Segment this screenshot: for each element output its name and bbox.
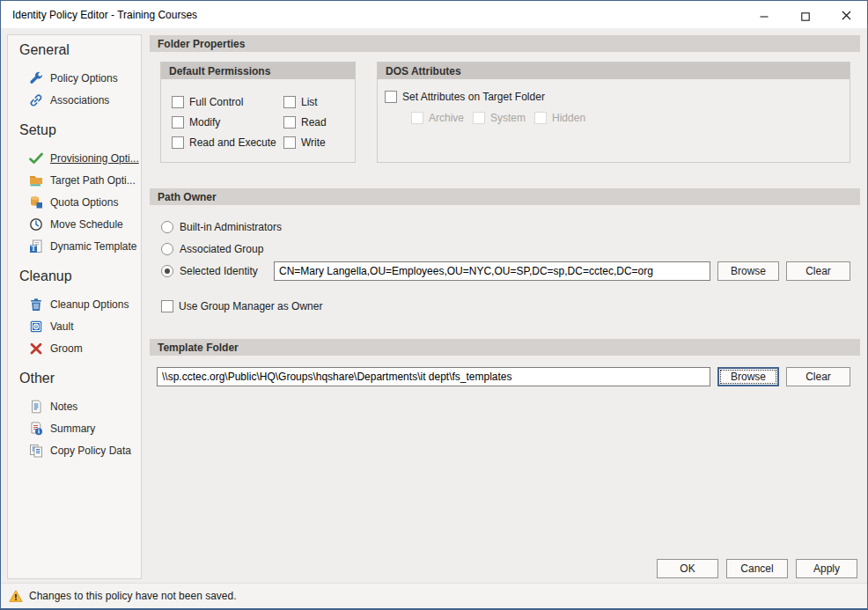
default-permissions-checkboxes: Full Control Modify Read and Execute Lis… [161, 79, 355, 152]
green-check-icon [29, 151, 43, 165]
sidebar-section-general: General [19, 42, 139, 58]
folder-properties-header: Folder Properties [150, 35, 860, 52]
ok-button[interactable]: OK [657, 559, 718, 578]
template-clear-button[interactable]: Clear [786, 367, 850, 386]
path-owner-browse-button[interactable]: Browse [717, 261, 779, 281]
sidebar-item-cleanup-options[interactable]: Cleanup Options [19, 293, 139, 315]
template-folder-header: Template Folder [150, 339, 860, 356]
trash-icon [29, 298, 43, 312]
copy-icon [29, 444, 43, 458]
sidebar-item-move-schedule[interactable]: Move Schedule [19, 213, 139, 235]
sidebar-item-vault[interactable]: Vault [19, 315, 139, 337]
checkbox-box [385, 91, 397, 103]
checkbox-box [283, 96, 296, 108]
checkbox-read[interactable]: Read [283, 112, 355, 132]
radio-label: Associated Group [180, 243, 263, 255]
checkbox-write[interactable]: Write [283, 132, 355, 152]
radio-circle [161, 265, 173, 277]
sidebar-item-label: Cleanup Options [50, 298, 129, 311]
radio-selected-identity[interactable]: Selected Identity [161, 265, 267, 277]
checkbox-label: Set Attributes on Target Folder [402, 91, 545, 103]
wrench-icon [29, 71, 43, 85]
sidebar-item-label: Target Path Opti... [50, 174, 136, 187]
vault-icon [29, 320, 43, 334]
notes-icon [29, 400, 43, 414]
sidebar-item-quota-options[interactable]: Quota Options [19, 191, 139, 213]
sidebar-item-dynamic-template[interactable]: T Dynamic Template [19, 235, 139, 257]
path-owner-clear-button[interactable]: Clear [786, 261, 850, 281]
folder-icon [29, 173, 43, 187]
maximize-icon [801, 11, 810, 19]
radio-associated-group[interactable]: Associated Group [161, 238, 850, 260]
checkbox-box [172, 116, 184, 129]
sidebar-item-target-path-options[interactable]: Target Path Opti... [19, 169, 139, 191]
folder-properties-content: Default Permissions Full Control Modify … [150, 52, 860, 176]
template-folder-content: Browse Clear [150, 356, 860, 401]
checkbox-box [473, 112, 485, 124]
main-panel: Folder Properties Default Permissions Fu… [150, 35, 860, 583]
template-browse-button[interactable]: Browse [717, 367, 779, 386]
path-owner-section: Path Owner Built-in Administrators Assoc… [150, 188, 860, 329]
cancel-button[interactable]: Cancel [726, 559, 788, 578]
radio-label: Built-in Administrators [180, 221, 282, 233]
sidebar-item-policy-options[interactable]: Policy Options [19, 67, 139, 89]
link-icon [29, 93, 43, 107]
radio-built-in-administrators[interactable]: Built-in Administrators [161, 216, 850, 238]
checkbox-label: Archive [429, 112, 464, 124]
sidebar-item-provisioning-options[interactable]: Provisioning Opti... [19, 147, 139, 169]
sidebar-item-notes[interactable]: Notes [19, 395, 139, 417]
checkbox-set-attributes-on-target-folder[interactable]: Set Attributes on Target Folder [385, 91, 850, 103]
checkbox-label: Use Group Manager as Owner [179, 300, 322, 312]
checkbox-label: Modify [189, 116, 220, 129]
sidebar-item-associations[interactable]: Associations [19, 89, 139, 111]
checkbox-box [283, 136, 296, 149]
status-message: Changes to this policy have not been sav… [29, 590, 237, 602]
checkbox-box [411, 112, 423, 124]
svg-text:T: T [31, 245, 36, 253]
window-controls [743, 1, 867, 28]
template-folder-input[interactable] [157, 367, 710, 386]
apply-button[interactable]: Apply [796, 559, 857, 578]
selected-identity-input[interactable] [274, 261, 710, 281]
checkbox-box [161, 300, 173, 312]
default-permissions-group: Default Permissions Full Control Modify … [160, 62, 356, 163]
window-title: Identity Policy Editor - Training Course… [12, 9, 197, 21]
sidebar-item-label: Summary [50, 423, 95, 435]
sidebar-section-cleanup: Cleanup [19, 268, 139, 284]
checkbox-read-and-execute[interactable]: Read and Execute [172, 132, 283, 152]
checkbox-full-control[interactable]: Full Control [172, 92, 283, 112]
sidebar-item-summary[interactable]: Summary [19, 417, 139, 439]
sidebar: General Policy Options Associations Setu… [7, 34, 142, 579]
maximize-button[interactable] [784, 1, 826, 28]
status-bar: Changes to this policy have not been sav… [1, 583, 867, 608]
dos-attributes-group: DOS Attributes Set Attributes on Target … [377, 62, 850, 163]
summary-info-icon [29, 422, 43, 436]
sidebar-section-setup: Setup [19, 122, 139, 138]
radio-circle [161, 243, 173, 255]
checkbox-box [172, 96, 184, 108]
selected-identity-row: Selected Identity Browse Clear [161, 260, 850, 282]
default-permissions-header: Default Permissions [161, 62, 355, 79]
minimize-button[interactable] [743, 1, 784, 28]
sidebar-item-label: Dynamic Template [50, 240, 136, 253]
template-document-icon: T [29, 239, 43, 254]
checkbox-box [172, 136, 184, 149]
checkbox-use-group-manager-as-owner[interactable]: Use Group Manager as Owner [161, 300, 850, 312]
checkbox-hidden: Hidden [534, 112, 585, 124]
checkbox-modify[interactable]: Modify [172, 112, 283, 132]
checkbox-archive: Archive [411, 112, 464, 124]
sidebar-item-label: Notes [50, 401, 77, 413]
sidebar-item-label: Policy Options [50, 72, 118, 85]
path-owner-content: Built-in Administrators Associated Group… [150, 205, 860, 329]
radio-label: Selected Identity [180, 265, 258, 277]
radio-circle [161, 221, 173, 233]
template-folder-section: Template Folder Browse Clear [150, 339, 860, 401]
close-icon [842, 10, 851, 19]
sidebar-item-groom[interactable]: Groom [19, 337, 139, 359]
sidebar-item-copy-policy-data[interactable]: Copy Policy Data [19, 439, 139, 461]
checkbox-label: System [490, 112, 526, 124]
close-button[interactable] [826, 1, 867, 28]
checkbox-system: System [473, 112, 526, 124]
checkbox-list[interactable]: List [283, 92, 355, 112]
template-folder-row: Browse Clear [157, 367, 850, 386]
